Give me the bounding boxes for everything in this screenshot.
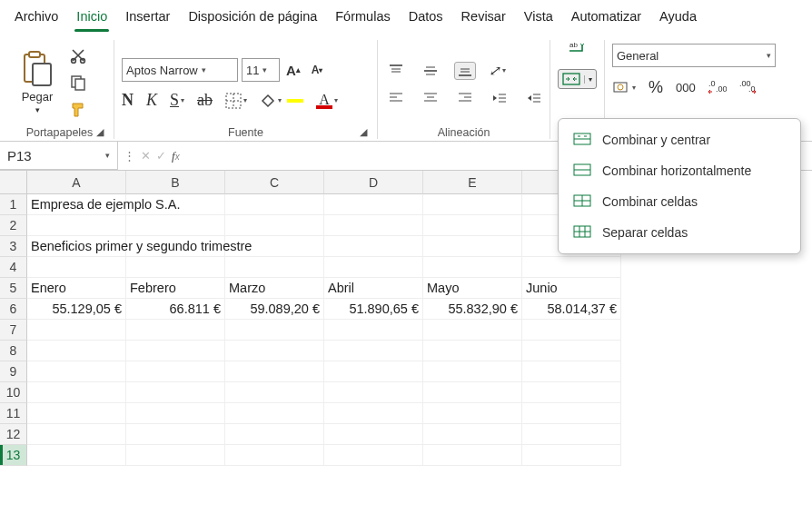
row-header[interactable]: 5 <box>0 278 27 299</box>
decrease-indent-button[interactable] <box>489 89 510 107</box>
cell[interactable]: 59.089,20 € <box>225 299 324 320</box>
cell[interactable] <box>126 257 225 278</box>
menu-archivo[interactable]: Archivo <box>5 4 67 29</box>
dd-merge-center[interactable]: Combinar y centrar <box>559 124 800 155</box>
cell[interactable] <box>225 361 324 382</box>
orientation-button[interactable]: ⤢▾ <box>489 62 506 80</box>
cell[interactable]: 51.890,65 € <box>324 299 423 320</box>
cell[interactable] <box>522 320 621 341</box>
cell[interactable] <box>225 445 324 466</box>
cell[interactable]: Mayo <box>423 278 522 299</box>
cell[interactable] <box>27 403 126 424</box>
dd-merge-across[interactable]: Combinar horizontalmente <box>559 155 800 186</box>
chevron-down-icon[interactable]: ▾ <box>35 105 40 114</box>
cell[interactable] <box>423 320 522 341</box>
row-header[interactable]: 3 <box>0 236 27 257</box>
insert-function-button[interactable]: fx <box>172 149 180 163</box>
cell[interactable]: 58.014,37 € <box>522 299 621 320</box>
cell[interactable] <box>126 424 225 445</box>
cell[interactable] <box>126 320 225 341</box>
align-left-button[interactable] <box>385 89 407 107</box>
cell[interactable] <box>324 257 423 278</box>
cell[interactable] <box>27 445 126 466</box>
row-header[interactable]: 4 <box>0 257 27 278</box>
merge-center-button[interactable]: ▾ <box>558 69 597 89</box>
cell[interactable] <box>324 382 423 403</box>
cell[interactable] <box>126 382 225 403</box>
dialog-launcher-icon[interactable]: ◢ <box>357 126 370 139</box>
cell[interactable]: Junio <box>522 278 621 299</box>
font-name-select[interactable]: Aptos Narrow▾ <box>122 58 238 82</box>
align-bottom-button[interactable] <box>454 62 476 80</box>
cell[interactable] <box>522 257 621 278</box>
copy-button[interactable] <box>67 72 89 94</box>
cell[interactable] <box>423 403 522 424</box>
cell[interactable] <box>324 424 423 445</box>
cell[interactable] <box>27 257 126 278</box>
column-header[interactable]: C <box>225 171 324 194</box>
cell[interactable] <box>27 341 126 361</box>
column-header[interactable]: D <box>324 171 423 194</box>
cell[interactable]: Febrero <box>126 278 225 299</box>
align-middle-button[interactable] <box>420 62 441 80</box>
row-header[interactable]: 13 <box>0 445 27 466</box>
cell[interactable] <box>324 341 423 361</box>
cell[interactable]: Marzo <box>225 278 324 299</box>
strike-button[interactable]: ab <box>197 91 213 110</box>
align-right-button[interactable] <box>454 89 476 107</box>
decrease-font-button[interactable]: A▾ <box>307 60 327 80</box>
menu-vista[interactable]: Vista <box>515 4 562 29</box>
cell[interactable] <box>225 382 324 403</box>
cell[interactable] <box>225 194 324 215</box>
cell[interactable] <box>27 382 126 403</box>
row-header[interactable]: 10 <box>0 382 27 403</box>
cell[interactable] <box>522 424 621 445</box>
cell[interactable] <box>225 215 324 236</box>
cell[interactable] <box>126 341 225 361</box>
menu-automatizar[interactable]: Automatizar <box>562 4 650 29</box>
column-header[interactable]: A <box>27 171 126 194</box>
cut-button[interactable] <box>67 44 89 66</box>
menu-datos[interactable]: Datos <box>400 4 452 29</box>
cell[interactable] <box>522 361 621 382</box>
row-header[interactable]: 2 <box>0 215 27 236</box>
number-format-select[interactable]: General▾ <box>612 44 776 67</box>
cell[interactable]: 55.832,90 € <box>423 299 522 320</box>
row-header[interactable]: 11 <box>0 403 27 424</box>
underline-button[interactable]: S▾ <box>170 91 184 110</box>
cell[interactable] <box>225 403 324 424</box>
cell[interactable] <box>126 361 225 382</box>
column-header[interactable]: E <box>423 171 522 194</box>
menu-revisar[interactable]: Revisar <box>452 4 515 29</box>
cell[interactable] <box>423 424 522 445</box>
column-header[interactable]: B <box>126 171 225 194</box>
cell[interactable]: Beneficios primer y segundo trimestre <box>27 236 126 257</box>
cell[interactable] <box>27 215 126 236</box>
cell[interactable] <box>423 236 522 257</box>
cell[interactable]: Enero <box>27 278 126 299</box>
increase-font-button[interactable]: A▴ <box>283 60 303 80</box>
cell[interactable]: Abril <box>324 278 423 299</box>
italic-button[interactable]: K <box>146 91 157 110</box>
font-color-button[interactable]: A▾ <box>316 92 338 109</box>
cell[interactable] <box>324 445 423 466</box>
cell[interactable] <box>324 361 423 382</box>
cell[interactable] <box>522 341 621 361</box>
cell[interactable] <box>522 403 621 424</box>
cell[interactable] <box>324 236 423 257</box>
wrap-text-button[interactable]: ab <box>568 40 588 56</box>
cell[interactable] <box>225 424 324 445</box>
format-painter-button[interactable] <box>67 99 89 121</box>
row-header[interactable]: 12 <box>0 424 27 445</box>
row-header[interactable]: 6 <box>0 299 27 320</box>
cell[interactable] <box>423 257 522 278</box>
align-top-button[interactable] <box>385 62 407 80</box>
font-size-select[interactable]: 11▾ <box>242 58 280 82</box>
cell[interactable] <box>27 424 126 445</box>
menu-inicio[interactable]: Inicio <box>67 4 116 29</box>
cell[interactable] <box>324 320 423 341</box>
comma-button[interactable]: 000 <box>676 81 696 94</box>
name-box[interactable]: P13▾ <box>0 142 118 170</box>
fill-color-button[interactable]: ▾ <box>260 94 282 108</box>
cell[interactable] <box>126 445 225 466</box>
